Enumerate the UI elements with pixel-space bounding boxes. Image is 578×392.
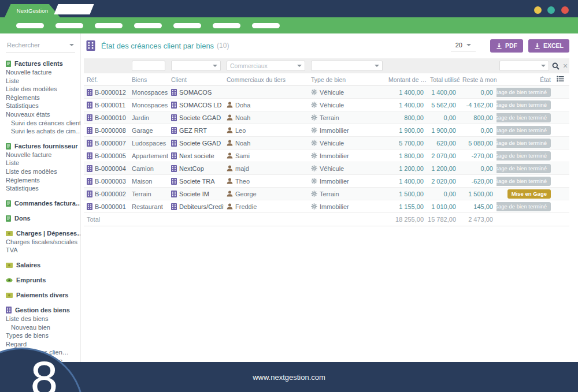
sidebar-item[interactable]: Nouvelle facture: [6, 68, 80, 77]
building-icon: [171, 127, 177, 134]
export-pdf-button[interactable]: PDF: [490, 39, 523, 53]
nav-pill[interactable]: [213, 23, 240, 28]
reste-cell: -270,00: [460, 152, 497, 159]
col-total[interactable]: Total utilisé: [427, 76, 460, 83]
table-row[interactable]: B-0000008GarageGEZ RRTLeoImmobilier1 900…: [84, 124, 569, 137]
sidebar-section-header[interactable]: Commandes factura…: [6, 199, 80, 208]
table-row[interactable]: B-0000003MaisonSociete TRATheoImmobilier…: [84, 175, 569, 188]
client-link[interactable]: NextCop: [179, 165, 204, 172]
ref-link[interactable]: B-0000008: [95, 127, 126, 134]
table-row[interactable]: B-0000001RestaurantDebiteurs/CrediteurFr…: [84, 200, 569, 213]
table-row[interactable]: B-0000005AppartementNext societeSamiImmo…: [84, 150, 569, 162]
sidebar-section-header[interactable]: Paiements divers: [6, 291, 80, 300]
minimize-dot-icon[interactable]: [534, 6, 542, 14]
search-icon[interactable]: [552, 62, 560, 70]
sidebar-item[interactable]: Nouvelle facture: [6, 151, 80, 159]
client-link[interactable]: Societe IM: [179, 191, 209, 197]
sidebar-item[interactable]: Règlements: [6, 176, 80, 185]
sidebar-item[interactable]: Liste des modèles: [6, 167, 80, 176]
nav-pill[interactable]: [134, 23, 162, 28]
document-icon: [6, 61, 11, 67]
clear-filters-icon[interactable]: ×: [563, 62, 568, 70]
ref-link[interactable]: B-0000004: [95, 165, 126, 172]
nav-pill[interactable]: [16, 23, 44, 28]
table-row[interactable]: B-0000011MonospacesSOMACOS LDDohaVéhicul…: [84, 99, 569, 111]
col-biens[interactable]: Biens: [129, 76, 168, 83]
sidebar-item[interactable]: Types de biens: [6, 331, 80, 340]
sidebar-item-label: Nouvelle facture: [6, 69, 52, 76]
ref-link[interactable]: B-0000003: [95, 178, 126, 185]
type-cell: Véhicule: [308, 89, 386, 96]
client-link[interactable]: Debiteurs/Crediteur: [179, 203, 224, 210]
nav-pill[interactable]: [173, 23, 201, 28]
filter-biens-input[interactable]: [132, 61, 165, 71]
client-link[interactable]: Next societe: [179, 152, 214, 159]
building-icon: [87, 114, 92, 121]
sidebar-section-header[interactable]: Emprunts: [6, 276, 80, 285]
sidebar-section-header[interactable]: Dons: [6, 214, 80, 223]
table-row[interactable]: B-0000002TerrainSociete IMGeorgeTerrain1…: [84, 188, 569, 200]
sidebar-item[interactable]: Charges fiscales/sociales: [6, 238, 80, 247]
sidebar-item[interactable]: Statistiques: [6, 184, 80, 193]
filter-client-select[interactable]: [171, 61, 221, 71]
type-cell: Immobilier: [308, 152, 386, 159]
sidebar-section-header[interactable]: Factures clients: [6, 59, 80, 68]
ref-link[interactable]: B-0000005: [95, 152, 126, 159]
ref-link[interactable]: B-0000010: [95, 114, 126, 121]
ref-link[interactable]: B-0000011: [95, 102, 125, 109]
nav-pill[interactable]: [95, 23, 123, 28]
nav-pill[interactable]: [252, 23, 280, 28]
sidebar-item[interactable]: Nouveau bien: [6, 323, 80, 332]
client-link[interactable]: Societe TRA: [179, 178, 215, 185]
sidebar-item[interactable]: Statistiques: [6, 102, 80, 110]
sidebar-item[interactable]: Liste des biens: [6, 315, 80, 323]
sidebar-item[interactable]: Suivi des créances client: [6, 119, 80, 128]
sidebar-section-header[interactable]: Factures fournisseur: [6, 142, 80, 151]
ref-link[interactable]: B-0000007: [95, 140, 126, 147]
table-row[interactable]: B-0000004CamionNextCopmajdVéhicule1 200,…: [84, 162, 569, 175]
table-row[interactable]: B-0000012MonospacesSOMACOSVéhicule1 400,…: [84, 86, 569, 99]
sidebar-section-header[interactable]: Gestion des biens: [6, 306, 80, 315]
sidebar-section-header[interactable]: Salaires: [6, 261, 80, 270]
close-dot-icon[interactable]: [561, 6, 569, 14]
status-badge: Gage de bien terminé: [497, 139, 551, 148]
column-list-icon[interactable]: [552, 76, 569, 83]
table-row[interactable]: B-0000007LudospacesSociete GGADNoahVéhic…: [84, 137, 569, 150]
total-cell: 0,00: [427, 114, 460, 121]
client-link[interactable]: Societe GGAD: [179, 140, 221, 147]
ref-link[interactable]: B-0000002: [95, 191, 126, 197]
sidebar-item[interactable]: Liste des modèles: [6, 85, 80, 94]
brand-tab: NextGestion: [5, 4, 60, 17]
col-ref[interactable]: Réf.: [84, 76, 129, 83]
sidebar-item[interactable]: Règlements: [6, 94, 80, 102]
client-link[interactable]: SOMACOS: [179, 89, 212, 96]
sidebar-item[interactable]: Liste: [6, 77, 80, 85]
sidebar-item[interactable]: Suivi les achats de cim…: [6, 127, 80, 136]
filter-commercial-select[interactable]: Commerciaux: [227, 61, 305, 71]
sidebar-section-header[interactable]: Charges | Dépenses…: [6, 229, 80, 238]
client-link[interactable]: SOMACOS LD: [179, 102, 221, 109]
client-link[interactable]: GEZ RRT: [179, 127, 207, 134]
col-client[interactable]: Client: [168, 76, 224, 83]
col-etat[interactable]: État: [497, 76, 552, 83]
sidebar-search-input[interactable]: Rechercher: [6, 39, 75, 53]
maximize-dot-icon[interactable]: [547, 6, 555, 14]
sidebar-item[interactable]: Nouveaux états: [6, 110, 80, 119]
nav-pill[interactable]: [55, 23, 83, 28]
sidebar-item[interactable]: Liste: [6, 159, 80, 167]
col-type[interactable]: Type de bien: [308, 76, 386, 83]
sidebar-item[interactable]: TVA: [6, 246, 80, 255]
page-size-select[interactable]: 20: [451, 40, 476, 51]
col-commercial[interactable]: Commerciaux du tiers: [224, 76, 308, 83]
export-excel-button[interactable]: EXCEL: [528, 39, 569, 53]
sidebar-item[interactable]: Regard: [6, 340, 80, 349]
col-reste[interactable]: Reste à mon…: [460, 76, 497, 83]
table-row[interactable]: B-0000010JardinSociete GGADNoahTerrain80…: [84, 111, 569, 124]
client-link[interactable]: Societe GGAD: [179, 114, 221, 121]
ref-link[interactable]: B-0000012: [95, 89, 126, 96]
footer-url: www.nextgestion.com: [253, 373, 325, 382]
filter-etat-select[interactable]: [499, 61, 549, 71]
ref-link[interactable]: B-0000001: [95, 203, 126, 210]
col-montant[interactable]: Montant de …: [386, 76, 427, 83]
filter-type-select[interactable]: [311, 61, 383, 71]
